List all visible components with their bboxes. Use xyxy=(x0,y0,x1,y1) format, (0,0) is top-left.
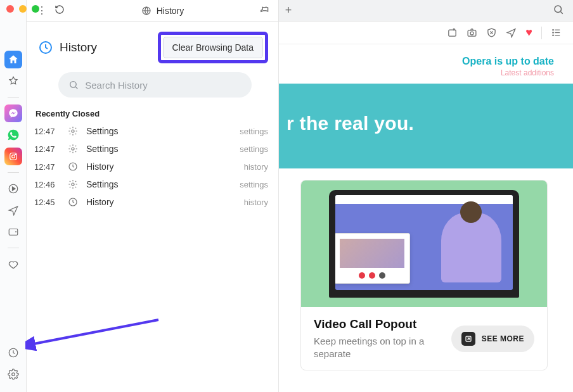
svg-rect-10 xyxy=(468,30,476,36)
sidebar-history[interactable] xyxy=(4,344,22,362)
clock-icon xyxy=(67,197,79,207)
hero-banner: r the real you. xyxy=(279,84,573,168)
card-title: Video Call Popout xyxy=(314,317,442,331)
entry-source: history xyxy=(244,162,268,172)
sidebar-whatsapp[interactable] xyxy=(4,126,22,144)
gear-icon xyxy=(67,179,79,189)
svg-point-20 xyxy=(72,183,74,186)
history-entry[interactable]: 12:47Settingssettings xyxy=(32,122,271,140)
close-window-button[interactable] xyxy=(6,5,14,13)
snapshot-icon[interactable] xyxy=(447,27,458,38)
shield-icon[interactable] xyxy=(486,27,497,38)
entry-title: Settings xyxy=(86,126,119,136)
easy-setup-icon[interactable] xyxy=(551,27,562,38)
sidebar-wallet[interactable] xyxy=(4,223,22,241)
history-icon xyxy=(38,40,53,55)
entry-source: settings xyxy=(240,180,268,189)
history-title: History xyxy=(60,41,97,54)
entry-title: History xyxy=(86,161,114,172)
clock-icon xyxy=(67,161,79,172)
new-tab-button[interactable]: + xyxy=(279,4,298,17)
svg-point-16 xyxy=(70,82,76,87)
sidebar-player[interactable] xyxy=(4,180,22,198)
window-controls xyxy=(6,5,39,13)
entry-time: 12:46 xyxy=(34,180,60,189)
minimize-window-button[interactable] xyxy=(19,5,27,13)
sidebar-divider xyxy=(8,248,19,248)
entry-title: Settings xyxy=(86,144,119,154)
search-history-field[interactable] xyxy=(58,72,252,98)
svg-point-6 xyxy=(11,373,15,376)
svg-point-13 xyxy=(553,32,553,33)
hero-text: r the real you. xyxy=(286,113,414,134)
entry-title: Settings xyxy=(86,179,119,189)
gear-icon xyxy=(67,144,79,154)
camera-icon[interactable] xyxy=(467,27,477,38)
latest-additions-link[interactable]: Latest additions xyxy=(501,68,554,77)
entry-title: History xyxy=(86,197,114,207)
pin-tab-icon[interactable] xyxy=(257,4,272,17)
update-status: Opera is up to date xyxy=(462,56,554,67)
heart-icon[interactable]: ♥ xyxy=(525,26,532,39)
clear-browsing-data-button[interactable]: Clear Browsing Data xyxy=(163,37,263,58)
external-icon xyxy=(461,332,475,346)
svg-point-12 xyxy=(553,30,553,30)
history-entry[interactable]: 12:47Settingssettings xyxy=(32,140,271,158)
sidebar-messenger[interactable] xyxy=(4,104,22,122)
see-more-label: SEE MORE xyxy=(482,334,524,343)
entry-source: settings xyxy=(240,127,268,136)
tab-bar: ⋮ History + xyxy=(27,0,573,22)
svg-point-18 xyxy=(72,148,74,150)
card-image xyxy=(301,180,547,307)
sidebar-settings[interactable] xyxy=(4,365,22,383)
recently-closed-label: Recently Closed xyxy=(32,98,271,122)
sidebar-pinboards[interactable] xyxy=(4,255,22,273)
svg-point-11 xyxy=(470,32,473,35)
send-icon[interactable] xyxy=(506,27,517,38)
entry-source: history xyxy=(244,198,268,207)
page-content: Opera is up to date Latest additions r t… xyxy=(279,44,573,392)
sidebar-instagram[interactable] xyxy=(4,148,22,165)
svg-point-14 xyxy=(553,35,553,35)
sidebar-home[interactable] xyxy=(4,51,22,68)
svg-point-8 xyxy=(555,6,562,13)
svg-rect-9 xyxy=(449,30,456,36)
svg-point-17 xyxy=(72,130,74,132)
reload-icon[interactable] xyxy=(51,4,68,17)
tab-search-icon[interactable] xyxy=(544,4,573,18)
history-entry[interactable]: 12:45Historyhistory xyxy=(32,193,271,211)
svg-point-2 xyxy=(15,154,15,155)
search-icon xyxy=(68,79,79,91)
tab-title: History xyxy=(68,6,257,16)
search-history-input[interactable] xyxy=(85,80,241,91)
sidebar-send[interactable] xyxy=(4,201,22,219)
entry-time: 12:47 xyxy=(34,162,60,172)
gear-icon xyxy=(67,126,79,136)
entry-source: settings xyxy=(240,144,268,154)
maximize-window-button[interactable] xyxy=(32,5,39,13)
sidebar-divider xyxy=(8,97,19,98)
sidebar-divider xyxy=(8,172,19,173)
entry-time: 12:47 xyxy=(34,127,60,136)
sidebar-bookmarks[interactable] xyxy=(4,72,22,90)
feature-card: Video Call Popout Keep meetings on top i… xyxy=(300,180,548,370)
history-entry[interactable]: 12:46Settingssettings xyxy=(32,175,271,193)
svg-point-1 xyxy=(11,155,15,158)
entry-time: 12:45 xyxy=(34,198,60,207)
history-entry[interactable]: 12:47Historyhistory xyxy=(32,158,271,175)
entry-time: 12:47 xyxy=(34,144,60,154)
globe-icon xyxy=(141,6,151,16)
history-panel: History Clear Browsing Data Recently Clo… xyxy=(27,22,279,392)
card-description: Keep meetings on top in a separate xyxy=(314,335,442,360)
tab-history[interactable]: ⋮ History xyxy=(27,0,279,21)
toolbar-divider xyxy=(541,27,542,39)
sidebar xyxy=(0,0,27,392)
highlight-annotation: Clear Browsing Data xyxy=(158,32,268,63)
see-more-button[interactable]: SEE MORE xyxy=(451,326,534,352)
